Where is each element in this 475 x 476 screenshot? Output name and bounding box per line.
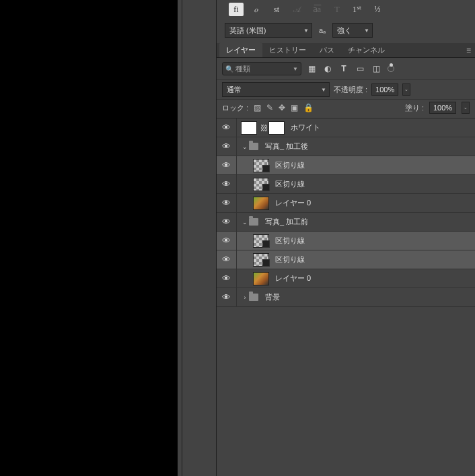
layer-name[interactable]: 区切り線: [275, 179, 305, 189]
visibility-toggle[interactable]: 👁: [217, 156, 237, 174]
layer-name[interactable]: 区切り線: [275, 160, 305, 170]
panel-menu-icon[interactable]: ≡: [466, 46, 471, 55]
blend-mode-select[interactable]: 通常 ▼: [222, 82, 330, 97]
layer-thumbnail[interactable]: [253, 272, 269, 285]
disclosure-triangle[interactable]: ›: [241, 294, 249, 301]
visibility-toggle[interactable]: 👁: [217, 118, 237, 137]
fill-stepper[interactable]: ⌄: [462, 102, 470, 114]
filter-smart-icon[interactable]: ◫: [371, 64, 381, 73]
folder-icon: [249, 143, 258, 150]
layer-thumbnail[interactable]: [241, 121, 257, 135]
visibility-toggle[interactable]: 👁: [217, 250, 237, 269]
layer-thumbnail[interactable]: [253, 197, 269, 210]
visibility-toggle[interactable]: 👁: [217, 194, 237, 212]
search-icon: 🔍: [225, 65, 233, 73]
opacity-label: 不透明度 :: [334, 85, 367, 95]
layer-name[interactable]: 写真_ 加工後: [265, 141, 308, 151]
layer-row[interactable]: 👁レイヤー 0: [217, 269, 475, 288]
layer-row[interactable]: 👁⌄写真_ 加工前: [217, 213, 475, 232]
layer-row[interactable]: 👁レイヤー 0: [217, 194, 475, 213]
filter-icons: ▦ ◐ T ▭ ◫: [307, 64, 394, 73]
layer-name[interactable]: レイヤー 0: [275, 198, 311, 208]
ot-ligatures-button[interactable]: fi: [229, 3, 244, 16]
blend-mode-value: 通常: [227, 85, 242, 95]
layer-row[interactable]: 👁区切り線: [217, 156, 475, 175]
filter-text-icon[interactable]: T: [339, 64, 349, 73]
layer-name[interactable]: レイヤー 0: [275, 273, 311, 283]
layer-name[interactable]: 区切り線: [275, 254, 305, 265]
fill-label: 塗り :: [405, 103, 424, 113]
layer-filter-select[interactable]: 🔍 種類 ▼: [222, 62, 301, 75]
layer-name[interactable]: 背景: [265, 292, 280, 302]
opacity-input[interactable]: [371, 83, 398, 96]
layer-thumbnail[interactable]: [253, 159, 269, 172]
layer-name[interactable]: 区切り線: [275, 236, 305, 246]
lock-artboard-icon[interactable]: ▣: [291, 103, 298, 112]
ot-titling-button[interactable]: T: [330, 3, 344, 16]
antialias-value: 強く: [337, 26, 352, 36]
ot-stylistic-button[interactable]: a͞a: [309, 3, 324, 16]
language-row: 英語 (米国) ▼ aₐ 強く ▼: [217, 20, 475, 43]
tab-history[interactable]: ヒストリー: [262, 42, 313, 57]
canvas-area: [0, 0, 178, 476]
opentype-row: fi 𝑜 st 𝒜 a͞a T 1ˢᵗ ½: [217, 0, 475, 20]
layer-filter-value: 種類: [235, 64, 250, 74]
language-select[interactable]: 英語 (米国) ▼: [225, 23, 312, 38]
blend-row: 通常 ▼ 不透明度 : ⌄: [217, 80, 475, 100]
antialias-select[interactable]: 強く ▼: [332, 23, 373, 38]
ot-swash-button[interactable]: 𝒜: [289, 3, 304, 16]
visibility-toggle[interactable]: 👁: [217, 232, 237, 250]
layer-thumbnail[interactable]: [253, 234, 269, 248]
lock-transparency-icon[interactable]: ▨: [254, 103, 261, 112]
disclosure-triangle[interactable]: ⌄: [241, 143, 249, 150]
panel-tabs: レイヤー ヒストリー パス チャンネル ≡: [217, 43, 475, 58]
layer-name[interactable]: ホワイト: [291, 123, 320, 133]
lock-pixels-icon[interactable]: ✎: [266, 103, 273, 112]
language-value: 英語 (米国): [229, 26, 266, 36]
layer-name[interactable]: 写真_ 加工前: [265, 217, 308, 227]
link-icon[interactable]: ⛓: [259, 124, 268, 132]
dock-strip: [191, 0, 217, 476]
layers-empty-area: [217, 307, 475, 476]
layer-row[interactable]: 👁›背景: [217, 288, 475, 307]
opacity-stepper[interactable]: ⌄: [402, 83, 410, 96]
lock-all-icon[interactable]: 🔒: [303, 103, 314, 112]
layer-row[interactable]: 👁⛓ホワイト: [217, 118, 475, 137]
filter-pixel-icon[interactable]: ▦: [307, 64, 316, 73]
tab-channels[interactable]: チャンネル: [341, 42, 392, 57]
visibility-toggle[interactable]: 👁: [217, 137, 237, 156]
layer-row[interactable]: 👁区切り線: [217, 175, 475, 194]
filter-toggle[interactable]: [388, 65, 394, 72]
ot-discretionary-button[interactable]: st: [269, 3, 284, 16]
layer-row[interactable]: 👁区切り線: [217, 232, 475, 250]
tab-layers[interactable]: レイヤー: [219, 42, 262, 57]
layer-row[interactable]: 👁⌄写真_ 加工後: [217, 137, 475, 156]
layer-row[interactable]: 👁区切り線: [217, 250, 475, 269]
chevron-down-icon: ▼: [321, 87, 326, 93]
fill-input[interactable]: [429, 102, 456, 114]
lock-row: ロック : ▨ ✎ ✥ ▣ 🔒 塗り : ⌄: [217, 100, 475, 118]
filter-shape-icon[interactable]: ▭: [355, 64, 365, 73]
visibility-toggle[interactable]: 👁: [217, 213, 237, 231]
disclosure-triangle[interactable]: ⌄: [241, 219, 249, 226]
ruler-gutter: [178, 0, 191, 476]
antialias-icon: aₐ: [316, 26, 328, 35]
lock-label: ロック :: [222, 103, 248, 113]
filter-adjust-icon[interactable]: ◐: [323, 64, 332, 73]
visibility-toggle[interactable]: 👁: [217, 175, 237, 193]
ot-contextual-button[interactable]: 𝑜: [249, 3, 264, 16]
visibility-toggle[interactable]: 👁: [217, 269, 237, 287]
ot-fractions-button[interactable]: ½: [370, 3, 385, 16]
mask-thumbnail[interactable]: [268, 121, 285, 135]
chevron-down-icon: ▼: [364, 28, 369, 34]
chevron-down-icon: ▼: [303, 28, 309, 34]
layer-filter-row: 🔍 種類 ▼ ▦ ◐ T ▭ ◫: [217, 58, 475, 80]
layer-thumbnail[interactable]: [253, 178, 269, 191]
folder-icon: [249, 294, 258, 301]
tab-paths[interactable]: パス: [313, 42, 341, 57]
lock-position-icon[interactable]: ✥: [279, 103, 285, 112]
visibility-toggle[interactable]: 👁: [217, 288, 237, 306]
chevron-down-icon: ▼: [293, 66, 298, 72]
ot-ordinals-button[interactable]: 1ˢᵗ: [350, 3, 365, 16]
layer-thumbnail[interactable]: [253, 253, 269, 267]
